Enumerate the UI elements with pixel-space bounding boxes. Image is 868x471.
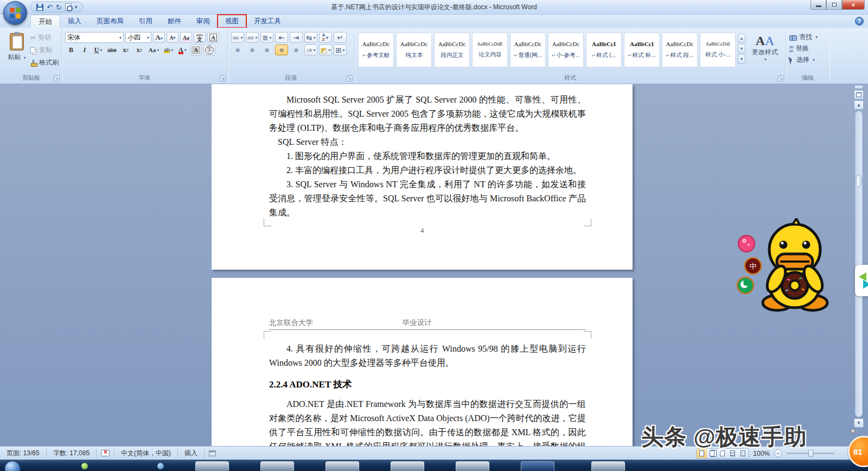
replace-button[interactable]: ab ac替换 [789, 44, 826, 53]
tab-mailings[interactable]: 邮件 [160, 15, 189, 28]
tab-page-layout[interactable]: 页面布局 [89, 15, 131, 28]
document-page-1[interactable]: Microsoft SQL Server 2005 扩展了 SQL Server… [212, 84, 633, 270]
taskbar-app-button[interactable] [391, 461, 424, 471]
style-item[interactable]: AaBbCcDc↵样式 段... [662, 33, 698, 67]
paste-button[interactable]: 粘贴 ▾ [4, 32, 29, 73]
gallery-down-icon[interactable]: ▼ [738, 44, 745, 53]
tab-developer[interactable]: 开发工具 [246, 15, 289, 28]
quick-launch-icon[interactable] [81, 463, 88, 469]
enclose-characters-button[interactable]: 字 [203, 44, 215, 55]
sort-button[interactable]: AZ▼ [319, 32, 332, 43]
style-item[interactable]: AaBbCcI↵样式 标... [624, 33, 660, 67]
style-item[interactable]: AaBbCcDc↵参考文献 [358, 33, 394, 67]
minimize-button[interactable] [810, 0, 826, 10]
change-case-button[interactable]: Aa▾ [147, 44, 161, 55]
subscript-button[interactable]: x2 [120, 44, 132, 55]
floating-tool-shortcut[interactable] [855, 265, 868, 296]
font-dialog-launcher[interactable]: ↘ [220, 75, 226, 81]
gallery-up-icon[interactable]: ▲ [738, 34, 745, 43]
copy-button[interactable]: 复制 [30, 46, 59, 55]
align-right-button[interactable]: ≡ [260, 44, 273, 55]
window-controls: × [810, 0, 865, 10]
macro-record-icon[interactable] [209, 450, 216, 456]
style-item[interactable]: AaBbCcDc段内正文 [434, 33, 470, 67]
borders-button[interactable]: ⊞▾ [334, 44, 347, 55]
zoom-slider-thumb[interactable] [808, 450, 813, 457]
bullets-button[interactable]: ≔▾ [231, 32, 244, 43]
cut-button[interactable]: ✂剪切 [30, 33, 59, 42]
tab-view-highlighted[interactable]: 视图 [218, 15, 246, 28]
text-highlight-button[interactable]: ab▾ [162, 44, 175, 55]
taskbar-app-button[interactable] [195, 461, 229, 471]
status-insert-mode[interactable]: 插入 [182, 449, 200, 458]
italic-button[interactable]: I [79, 44, 91, 55]
help-button[interactable]: ? [855, 17, 864, 26]
tab-insert[interactable]: 插入 [60, 15, 89, 28]
start-button[interactable] [4, 461, 21, 471]
style-item[interactable]: AaBbCcDdI样式 小-... [700, 33, 736, 67]
increase-indent-button[interactable]: ⇥ [290, 32, 303, 43]
scroll-up-button[interactable]: ▲ [854, 100, 864, 110]
shrink-font-button[interactable]: A▾ [167, 32, 178, 43]
grow-font-button[interactable]: A▴ [153, 32, 165, 43]
find-button[interactable]: 查找▾ [789, 33, 826, 42]
taskbar-app-button[interactable] [260, 461, 294, 471]
format-painter-button[interactable]: 格式刷 [30, 58, 59, 67]
multilevel-list-button[interactable]: ≣▾ [260, 32, 273, 43]
tab-references[interactable]: 引用 [131, 15, 160, 28]
styles-dialog-launcher[interactable]: ↘ [778, 75, 784, 81]
split-handle[interactable] [854, 85, 863, 89]
proofing-status-icon[interactable] [101, 450, 110, 456]
clear-formatting-button[interactable]: Aa [180, 32, 192, 43]
select-button[interactable]: 选择▾ [789, 55, 826, 65]
superscript-button[interactable]: x2 [133, 44, 145, 55]
distribute-button[interactable]: ≡ [290, 44, 303, 55]
align-center-button[interactable]: ≡ [246, 44, 259, 55]
character-border-button[interactable]: A [207, 32, 219, 43]
taskbar-app-button[interactable] [326, 461, 359, 471]
tab-review[interactable]: 审阅 [189, 15, 218, 28]
phonetic-guide-button[interactable]: wén文 [194, 32, 206, 43]
style-item[interactable]: AaBbCcDc↵普通(网... [510, 33, 546, 67]
status-page-indicator[interactable]: 页面: 13/65 [4, 449, 42, 458]
style-item[interactable]: AaBbCcI↵样式 (... [586, 33, 622, 67]
font-size-combo[interactable]: 小四▾ [125, 32, 151, 43]
gallery-more-icon[interactable]: ▼ [738, 54, 745, 63]
clipboard-dialog-launcher[interactable]: ↘ [54, 75, 60, 81]
style-item[interactable]: AaBbCcDc纯文本 [396, 33, 432, 67]
show-hide-marks-button[interactable]: ↵ [334, 32, 347, 43]
strikethrough-button[interactable]: abe [106, 44, 118, 55]
restore-button[interactable] [826, 0, 842, 10]
justify-button[interactable]: ≡ [275, 44, 288, 55]
zoom-slider[interactable] [787, 453, 834, 454]
taskbar-app-button[interactable] [521, 461, 554, 471]
document-page-2[interactable]: 北京联合大学 毕业设计 4. 具有很好的伸缩性，可跨越从运行 Windows 9… [212, 278, 633, 446]
close-button[interactable]: × [842, 0, 865, 10]
character-shading-button[interactable]: A [190, 44, 202, 55]
style-item[interactable]: AaBbCcDdE论文内容 [472, 33, 508, 67]
numbering-button[interactable]: ≕▾ [246, 32, 259, 43]
quick-launch-icon[interactable] [157, 463, 164, 469]
font-name-combo[interactable]: 宋体▾ [65, 32, 124, 43]
align-left-button[interactable]: ≡ [231, 44, 244, 55]
taskbar-app-button[interactable] [591, 461, 625, 471]
tab-home[interactable]: 开始 [30, 15, 60, 28]
shading-button[interactable]: ◩▾ [319, 44, 332, 55]
scrollbar-thumb[interactable] [856, 175, 861, 187]
line-spacing-button[interactable]: ↕≡▾ [304, 44, 317, 55]
office-button[interactable] [3, 1, 27, 25]
underline-button[interactable]: U▾ [92, 44, 104, 55]
style-item[interactable]: AaBbCcDc↵小-参考... [548, 33, 584, 67]
scrollbar-track[interactable] [855, 111, 863, 417]
change-styles-button[interactable]: AA 更改样式 ▾ [746, 30, 783, 69]
decrease-indent-button[interactable]: ⇤ [275, 32, 288, 43]
taskbar-app-button[interactable] [456, 461, 489, 471]
paragraph-dialog-launcher[interactable]: ↘ [347, 75, 353, 81]
asian-layout-button[interactable]: ⇆▾ [304, 32, 317, 43]
status-language[interactable]: 中文(简体，中国) [119, 449, 173, 458]
bold-button[interactable]: B [65, 44, 77, 55]
status-word-count[interactable]: 字数: 17,085 [51, 449, 92, 458]
scroll-down-button[interactable]: ▼ [854, 418, 864, 428]
font-color-button[interactable]: A▾ [176, 44, 188, 55]
ruler-toggle-button[interactable] [854, 90, 864, 99]
